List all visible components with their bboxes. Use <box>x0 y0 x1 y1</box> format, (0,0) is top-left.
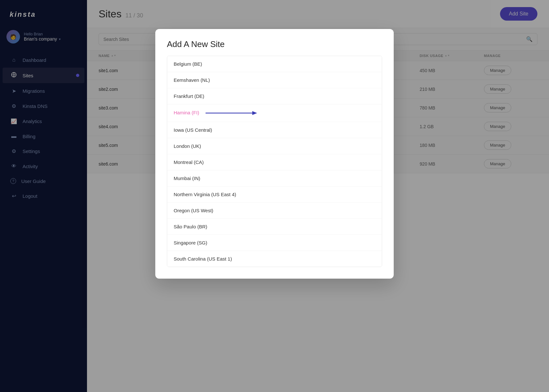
location-label: Frankfurt (DE) <box>174 93 204 99</box>
location-label: Mumbai (IN) <box>174 176 200 181</box>
svg-marker-3 <box>252 111 257 115</box>
location-label: São Paulo (BR) <box>174 224 207 229</box>
location-item[interactable]: Mumbai (IN) <box>167 170 382 186</box>
location-label: Eemshaven (NL) <box>174 77 210 83</box>
location-item[interactable]: Oregon (US West) <box>167 203 382 219</box>
location-item[interactable]: Hamina (FI) <box>167 104 382 122</box>
modal-overlay[interactable]: Add A New Site Belgium (BE)Eemshaven (NL… <box>87 0 549 392</box>
location-item[interactable]: Belgium (BE) <box>167 56 382 72</box>
add-site-modal: Add A New Site Belgium (BE)Eemshaven (NL… <box>155 29 394 279</box>
location-item[interactable]: London (UK) <box>167 138 382 154</box>
location-item[interactable]: São Paulo (BR) <box>167 219 382 235</box>
location-item[interactable]: Montreal (CA) <box>167 154 382 170</box>
location-item[interactable]: Eemshaven (NL) <box>167 72 382 88</box>
location-label: Montreal (CA) <box>174 159 204 165</box>
location-label: Iowa (US Central) <box>174 127 212 133</box>
modal-title: Add A New Site <box>167 39 382 49</box>
location-item[interactable]: Northern Virginia (US East 4) <box>167 186 382 203</box>
location-list[interactable]: Belgium (BE)Eemshaven (NL)Frankfurt (DE)… <box>167 56 382 267</box>
location-label: Oregon (US West) <box>174 208 213 213</box>
location-item[interactable]: Singapore (SG) <box>167 235 382 251</box>
location-label: Hamina (FI) <box>174 110 199 115</box>
location-label: South Carolina (US East 1) <box>174 256 232 262</box>
modal-header: Add A New Site <box>155 29 394 56</box>
selected-arrow-indicator <box>206 110 257 117</box>
location-item[interactable]: Iowa (US Central) <box>167 122 382 138</box>
location-label: Belgium (BE) <box>174 61 202 67</box>
location-label: Northern Virginia (US East 4) <box>174 192 236 197</box>
location-item[interactable]: Frankfurt (DE) <box>167 88 382 104</box>
main-content: Sites 11 / 30 Add Site 🔍 NAME ▲▼ LOCATIO… <box>87 0 549 392</box>
location-item[interactable]: South Carolina (US East 1) <box>167 251 382 267</box>
location-label: Singapore (SG) <box>174 240 207 245</box>
location-label: London (UK) <box>174 143 201 149</box>
modal-body: Belgium (BE)Eemshaven (NL)Frankfurt (DE)… <box>155 56 394 279</box>
